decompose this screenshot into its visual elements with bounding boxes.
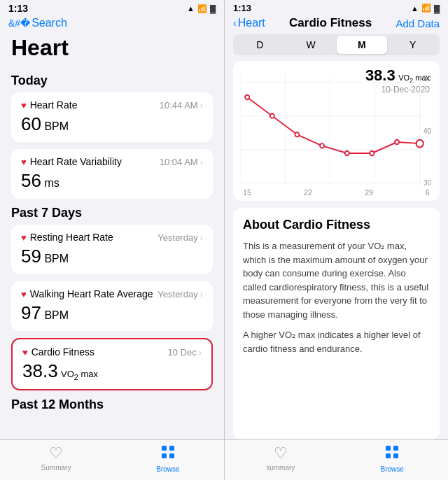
status-icons-right: ▲ 📶 ▓ xyxy=(411,3,440,13)
resting-hr-card[interactable]: ♥ Resting Heart Rate Yesterday › 59 BPM xyxy=(11,225,213,274)
resting-hr-value: 59 BPM xyxy=(21,246,203,267)
y-label-40: 40 xyxy=(424,127,431,135)
svg-rect-0 xyxy=(162,446,167,451)
time-btn-w[interactable]: W xyxy=(286,36,337,54)
cardio-fitness-heart-icon: ♥ xyxy=(22,347,28,358)
walking-hr-time: Yesterday › xyxy=(158,289,203,299)
tab-browse-right[interactable]: Browse xyxy=(337,444,449,473)
section-past7-header: Past 7 Days xyxy=(11,206,213,220)
wifi-icon: 📶 xyxy=(197,4,207,13)
wifi-right-icon: 📶 xyxy=(421,3,431,13)
summary-icon-left: ♡ xyxy=(49,444,63,463)
section-today-header: Today xyxy=(11,73,213,88)
heart-rate-card[interactable]: ♥ Heart Rate 10:44 AM › 60 BPM xyxy=(11,92,213,142)
time-selector: D W M Y xyxy=(233,34,440,55)
browse-label-left: Browse xyxy=(156,465,179,473)
summary-label-left: Summary xyxy=(41,464,71,472)
back-link-right[interactable]: ‹ Heart xyxy=(233,17,265,29)
x-label-6: 6 xyxy=(426,188,430,197)
hrv-label: ♥ Heart Rate Variability xyxy=(21,156,122,167)
tab-summary-right[interactable]: ♡ summary xyxy=(225,444,337,473)
heart-rate-time: 10:44 AM › xyxy=(160,100,203,111)
heart-rate-icon: ♥ xyxy=(21,100,27,111)
page-title-left: Heart xyxy=(0,32,224,66)
chevron-left-right-icon: ‹ xyxy=(233,17,237,29)
svg-point-19 xyxy=(395,140,399,144)
signal-right-icon: ▲ xyxy=(411,4,419,13)
y-axis-labels: 50 40 30 xyxy=(424,75,433,187)
hrv-heart-icon: ♥ xyxy=(21,157,27,167)
cardio-fitness-label: ♥ Cardio Fitness xyxy=(22,346,94,358)
svg-rect-22 xyxy=(386,446,391,451)
about-title: About Cardio Fitness xyxy=(243,218,430,232)
chevron-right-cf-icon: › xyxy=(199,347,202,358)
x-label-15: 15 xyxy=(243,188,251,197)
time-left: 1:13 xyxy=(8,3,28,14)
chevron-right-rhr-icon: › xyxy=(200,232,203,243)
hrv-value: 56 ms xyxy=(21,170,203,192)
walking-hr-card[interactable]: ♥ Walking Heart Rate Average Yesterday ›… xyxy=(11,281,213,331)
summary-icon-right: ♡ xyxy=(274,444,288,463)
svg-rect-25 xyxy=(393,453,398,458)
y-label-50: 50 xyxy=(424,75,431,83)
svg-rect-23 xyxy=(393,446,398,451)
cardio-fitness-card[interactable]: ♥ Cardio Fitness 10 Dec › 38.3 VO2 max xyxy=(11,338,213,390)
time-btn-m[interactable]: M xyxy=(337,36,388,54)
right-panel: 1:13 ▲ 📶 ▓ ‹ Heart Cardio Fitness Add Da… xyxy=(224,0,448,480)
back-label-left: Search xyxy=(31,17,67,29)
walking-hr-value: 97 BPM xyxy=(21,302,203,324)
chevron-right-hrv-icon: › xyxy=(200,157,203,167)
chart-container: 38.3 VO2 max 10-Dec-2020 50 40 30 xyxy=(233,61,440,201)
scroll-content-left: Today ♥ Heart Rate 10:44 AM › 60 BPM xyxy=(0,66,224,439)
section-past12-header: Past 12 Months xyxy=(11,397,213,412)
svg-point-18 xyxy=(370,151,374,155)
walking-hr-label: ♥ Walking Heart Rate Average xyxy=(21,288,153,299)
resting-hr-time: Yesterday › xyxy=(158,232,203,243)
chart-svg xyxy=(240,75,433,187)
hrv-card[interactable]: ♥ Heart Rate Variability 10:04 AM › 56 m… xyxy=(11,149,213,199)
status-bar-right: 1:13 ▲ 📶 ▓ xyxy=(225,0,448,15)
hrv-time: 10:04 AM › xyxy=(160,157,203,167)
nav-bar-left: &#� Search xyxy=(0,15,224,32)
svg-point-17 xyxy=(345,151,349,155)
svg-rect-24 xyxy=(386,453,391,458)
time-btn-y[interactable]: Y xyxy=(387,36,438,54)
cardio-fitness-value: 38.3 VO2 max xyxy=(22,360,202,382)
svg-point-16 xyxy=(320,143,324,148)
tab-bar-left: ♡ Summary Browse xyxy=(0,439,224,480)
heart-rate-value: 60 BPM xyxy=(21,113,203,135)
tab-bar-right: ♡ summary Browse xyxy=(225,439,448,480)
tab-summary-left[interactable]: ♡ Summary xyxy=(0,444,112,473)
about-text: This is a measurement of your VO₂ max, w… xyxy=(243,239,430,355)
chart-area: 50 40 30 xyxy=(240,75,433,187)
heart-rate-label: ♥ Heart Rate xyxy=(21,99,77,111)
status-bar-left: 1:13 ▲ 📶 ▓ xyxy=(0,0,224,15)
time-btn-d[interactable]: D xyxy=(234,36,286,54)
back-label-right: Heart xyxy=(238,17,265,29)
chevron-left-icon: &#� xyxy=(8,17,30,29)
svg-rect-2 xyxy=(162,453,167,458)
svg-rect-1 xyxy=(169,446,174,451)
left-panel: 1:13 ▲ 📶 ▓ &#� Search Heart Today ♥ Hear… xyxy=(0,0,224,480)
right-nav: ‹ Heart Cardio Fitness Add Data xyxy=(225,15,448,34)
tab-browse-left[interactable]: Browse xyxy=(112,444,224,473)
browse-icon-left xyxy=(160,444,176,464)
svg-point-21 xyxy=(416,140,424,148)
about-paragraph-1: This is a measurement of your VO₂ max, w… xyxy=(243,239,430,321)
cardio-fitness-time: 10 Dec › xyxy=(167,347,202,358)
y-label-30: 30 xyxy=(424,179,431,187)
battery-icon: ▓ xyxy=(210,4,216,13)
chevron-right-whr-icon: › xyxy=(200,289,203,299)
svg-point-14 xyxy=(270,113,274,118)
resting-hr-heart-icon: ♥ xyxy=(21,232,27,243)
add-data-button[interactable]: Add Data xyxy=(396,17,440,29)
summary-label-right: summary xyxy=(266,464,295,472)
status-icons-left: ▲ 📶 ▓ xyxy=(187,4,216,13)
svg-point-15 xyxy=(295,132,299,136)
browse-label-right: Browse xyxy=(381,465,404,473)
back-link-left[interactable]: &#� Search xyxy=(8,17,216,29)
x-label-22: 22 xyxy=(304,188,312,197)
right-nav-title: Cardio Fitness xyxy=(289,16,372,30)
about-section: About Cardio Fitness This is a measureme… xyxy=(233,208,440,439)
walking-hr-heart-icon: ♥ xyxy=(21,289,27,299)
